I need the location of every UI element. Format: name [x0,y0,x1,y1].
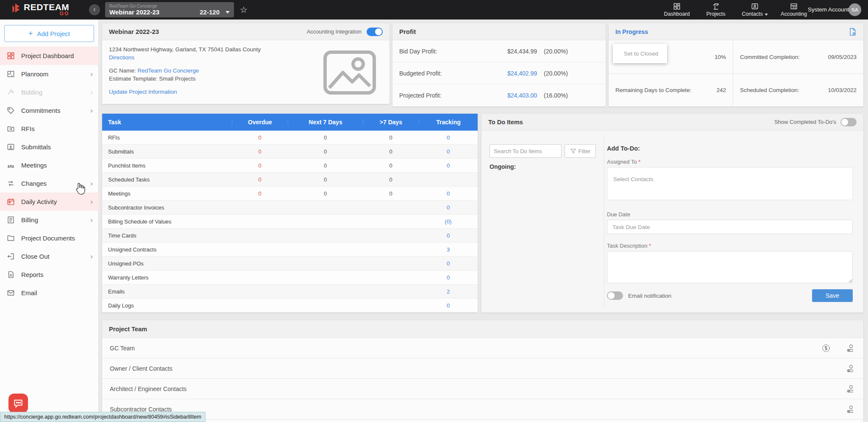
sidebar-item-daily-activity[interactable]: Daily Activity › [0,193,99,211]
calendar-icon [7,198,15,206]
status-report-icon[interactable] [848,28,857,36]
table-row: Warranty Letters0 [102,271,478,285]
nav-projects[interactable]: Projects [703,0,729,20]
nav-label: Contacts [742,11,762,17]
nav-dashboard[interactable]: Dashboard [664,0,690,20]
sidebar-item-label: Project Dashboard [21,52,74,59]
tracking-count[interactable]: 0 [419,232,478,239]
sidebar-item-commitments[interactable]: Commitments › [0,101,99,120]
tracking-count[interactable]: 0 [419,302,478,309]
back-chevron-icon: ‹ [93,6,95,13]
redteam-go-logo[interactable]: REDTEAM GO [11,3,69,17]
table-row: Unsigned POs0 [102,257,478,271]
invoice-icon [7,216,15,224]
save-button[interactable]: Save [812,289,853,302]
show-completed-toggle[interactable] [840,118,857,126]
chevron-right-icon: › [90,252,93,261]
add-project-button[interactable]: + Add Project [4,25,94,42]
chevron-right-icon: › [90,88,93,97]
team-row-owner-client[interactable]: Owner / Client Contacts [102,358,863,379]
profit-row-amount-link[interactable]: $24,403.00 [488,92,537,99]
sidebar-item-submittals[interactable]: Submittals [0,138,99,156]
tracking-count[interactable]: 0 [419,274,478,281]
task-name: Punchlist Items [102,162,232,169]
inbox-arrow-icon [7,143,15,151]
search-input[interactable] [490,144,562,158]
sidebar-item-label: Bidding [21,89,42,96]
tracking-count[interactable]: 0 [419,148,478,155]
chevron-right-icon: › [90,216,93,224]
task-description-label: Task Description * [607,243,651,249]
sidebar-item-label: Project Documents [21,235,75,242]
due-date-input[interactable] [607,220,853,234]
tracking-count[interactable]: 3 [419,246,478,253]
sidebar-item-billing[interactable]: Billing › [0,211,99,229]
tracking-count[interactable]: 0 [419,204,478,211]
table-row: RFIs0000 [102,131,478,145]
sidebar-item-changes[interactable]: Changes › [0,174,99,193]
contact-card-icon [751,3,759,10]
project-image-placeholder-icon[interactable] [323,50,377,95]
col-gt7: >7 Days [363,119,419,126]
task-description-textarea[interactable] [607,251,853,283]
chevron-right-icon: › [90,179,93,188]
status-dropdown-trigger[interactable]: In Progress [615,28,648,35]
accounting-integration-toggle[interactable] [367,28,383,36]
sidebar-item-rfis[interactable]: RFIs [0,120,99,138]
chat-widget-button[interactable] [8,394,28,413]
sidebar-item-label: Daily Activity [21,198,57,205]
status-menu-item-set-to-closed[interactable]: Set to Closed [613,44,667,63]
profit-row-label: Projected Profit: [399,92,442,99]
next7-count: 0 [288,190,363,197]
table-row: Submittals0000 [102,145,478,159]
system-account-label[interactable]: System Account [808,0,849,20]
team-row-subcontractor[interactable]: Subcontractor Contacts [102,399,863,419]
task-name: Warranty Letters [102,274,232,281]
sidebar-item-reports[interactable]: Reports [0,265,99,284]
favorite-star-icon[interactable]: ☆ [240,5,248,15]
tracking-count[interactable]: 0 [419,162,478,169]
gc-name-link[interactable]: RedTeam Go Concierge [138,67,199,74]
sidebar-item-project-dashboard[interactable]: Project Dashboard [0,47,99,65]
add-person-icon[interactable] [846,343,856,353]
tracking-count[interactable]: 2 [419,288,478,295]
estimate-template-value: Small Projects [159,75,195,82]
nav-contacts[interactable]: Contacts [742,0,768,20]
scheduled-completion-label: Scheduled Completion: [740,87,799,93]
sidebar-item-meetings[interactable]: Meetings [0,156,99,174]
sidebar-item-project-documents[interactable]: Project Documents [0,229,99,247]
sidebar-item-planroom[interactable]: Planroom › [0,65,99,83]
team-row-architect-engineer[interactable]: Architect / Engineer Contacts [102,379,863,399]
add-person-icon[interactable] [846,404,856,414]
assigned-to-select[interactable]: Select Contacts [607,167,853,200]
project-selector[interactable]: RedTeam Go Concierge Webinar 2022-23 22-… [105,2,234,17]
crane-icon [712,3,720,10]
add-person-icon[interactable] [846,384,856,394]
avatar[interactable]: SA [849,3,861,16]
select-contacts-placeholder: Select Contacts [613,176,654,182]
email-notification-label: Email notification [628,293,671,299]
chevron-right-icon: › [90,70,93,78]
email-notification-toggle[interactable] [607,291,623,300]
nav-label: Projects [706,11,725,17]
update-project-info-link[interactable]: Update Project Information [109,89,177,95]
nav-accounting[interactable]: Accounting [781,0,807,20]
profit-row-amount-link[interactable]: $24,402.99 [488,70,537,77]
sidebar-item-close-out[interactable]: Close Out › [0,247,99,265]
people-icon [7,161,15,169]
table-row: Emails2 [102,285,478,299]
tracking-count[interactable]: 0 [419,190,478,197]
collapse-back-button[interactable]: ‹ [89,4,100,15]
table-row: Scheduled Tasks000 [102,173,478,187]
chevron-right-icon: › [90,198,93,206]
team-row-gc-team[interactable]: GC Team [102,338,863,358]
directions-link[interactable]: Directions [109,54,134,61]
next7-count: 0 [288,162,363,169]
add-person-icon[interactable] [846,363,856,374]
tracking-count[interactable]: (0) [419,218,478,225]
tracking-count[interactable]: 0 [419,260,478,267]
dollar-badge-icon[interactable] [821,343,831,353]
sidebar-item-email[interactable]: Email [0,284,99,302]
filter-button[interactable]: Filter [565,144,596,158]
tracking-count[interactable]: 0 [419,134,478,141]
